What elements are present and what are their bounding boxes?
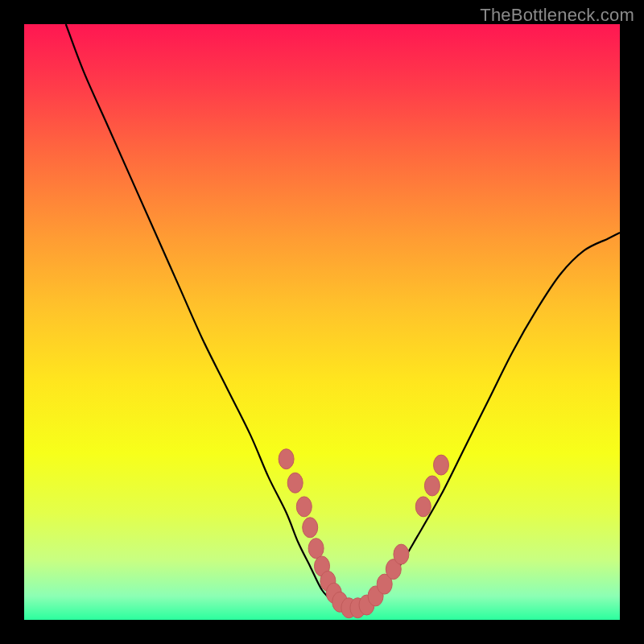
curve-marker <box>308 539 324 559</box>
chart-frame: TheBottleneck.com <box>0 0 644 644</box>
curve-marker <box>279 449 294 469</box>
marker-group <box>279 449 448 618</box>
plot-area <box>24 24 620 620</box>
curve-marker <box>424 476 440 496</box>
curve-marker <box>287 473 303 493</box>
curve-marker <box>415 497 431 517</box>
bottleneck-curve <box>66 24 620 609</box>
watermark-text: TheBottleneck.com <box>480 5 634 26</box>
curve-marker <box>296 497 312 517</box>
curve-marker <box>394 544 409 564</box>
curve-marker <box>434 455 449 475</box>
curve-marker <box>303 518 318 538</box>
chart-svg <box>24 24 620 620</box>
